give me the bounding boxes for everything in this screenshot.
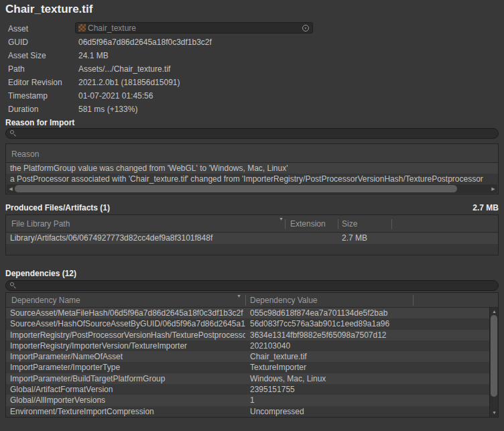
column-header-size[interactable]: Size: [342, 219, 357, 229]
dependency-value: TextureImporter: [245, 362, 498, 373]
guid-label: GUID: [8, 38, 28, 47]
reason-search-box[interactable]: [5, 128, 499, 139]
scroll-up-icon[interactable]: ▲: [490, 308, 499, 315]
path-value: Assets/.../Chair_texture.tif: [78, 64, 170, 74]
dependency-value: Windows, Mac, Linux: [245, 373, 498, 384]
dependency-name: ImporterRegistry/PostProcessorVersionHas…: [6, 330, 245, 341]
produced-table-header: File Library Path ▼ Extension Size: [6, 215, 498, 233]
dependency-name: SourceAsset/HashOfSourceAssetByGUID/06d5…: [6, 318, 245, 329]
produced-files-table: File Library Path ▼ Extension Size Libra…: [5, 214, 499, 255]
dependency-value: Chair_texture.tif: [245, 351, 498, 362]
produced-file-size: 2.7 MB: [342, 233, 367, 244]
column-header-dependency-name[interactable]: Dependency Name: [11, 296, 80, 305]
asset-label: Asset: [8, 24, 28, 34]
produced-total-size: 2.7 MB: [5, 203, 499, 212]
dependency-value: 202103040: [245, 341, 498, 351]
reason-row[interactable]: a PostProcessor associated with 'Chair_t…: [6, 174, 498, 184]
dependency-row[interactable]: Global/ArtifactFormatVersion 2395151755: [6, 384, 498, 395]
asset-object-field[interactable]: Chair_texture: [75, 22, 313, 34]
search-icon: [10, 282, 17, 289]
dependency-value: 1: [245, 395, 498, 406]
texture-thumbnail-icon: [78, 24, 86, 32]
dependency-row[interactable]: ImporterRegistry/ImporterVersion/Texture…: [6, 341, 498, 351]
dependency-name: ImportParameter/NameOfAsset: [6, 351, 245, 362]
dependency-row[interactable]: SourceAsset/HashOfSourceAssetByGUID/06d5…: [6, 318, 498, 329]
info-row-asset-size: Asset Size 24.1 MB: [0, 49, 504, 62]
dependency-row[interactable]: SourceAsset/MetaFileHash/06d5f96a7d86d26…: [6, 308, 498, 318]
asset-size-label: Asset Size: [8, 51, 46, 60]
dependency-row[interactable]: ImportParameter/ImporterType TextureImpo…: [6, 362, 498, 373]
editor-revision-label: Editor Revision: [8, 78, 62, 87]
dependency-value: 2395151755: [245, 384, 498, 395]
reason-horizontal-scrollbar[interactable]: ◀ ▶: [7, 184, 497, 193]
column-divider[interactable]: [413, 295, 414, 306]
sort-indicator-icon[interactable]: ▼: [279, 217, 284, 221]
produced-file-path: Library/Artifacts/06/0674927773d82cc4def…: [10, 233, 212, 244]
asset-object-field-value: Chair_texture: [88, 23, 302, 33]
reason-search-input[interactable]: [19, 129, 494, 138]
column-divider[interactable]: [245, 295, 246, 306]
dependency-name: ImportParameter/ImporterType: [6, 362, 245, 373]
dependencies-table: Dependency Name ▼ Dependency Value Sourc…: [5, 292, 499, 418]
scroll-right-icon[interactable]: ▶: [489, 184, 497, 193]
search-icon: [10, 130, 17, 137]
dependency-value: 56d083f7cc576a3ab901c1eed89a1a96: [245, 318, 498, 329]
page-title: Chair_texture.tif: [5, 3, 92, 16]
dependency-row[interactable]: Global/AllImporterVersions 1: [6, 395, 498, 406]
reason-section-heading: Reason for Import: [5, 118, 74, 127]
produced-table-empty-area: [6, 244, 498, 255]
editor-revision-value: 2021.2.0b1 (181856d15091): [78, 78, 180, 87]
dependency-row[interactable]: ImportParameter/BuildTargetPlatformGroup…: [6, 373, 498, 384]
timestamp-value: 01-07-2021 01:45:56: [78, 91, 153, 101]
dependency-value: 3634e1314fbf9882e5f65098a7507d12: [245, 330, 498, 341]
asset-size-value: 24.1 MB: [78, 51, 109, 60]
info-row-guid: GUID 06d5f96a7d86d2645a18f0c3df1b3c2f: [0, 36, 504, 49]
dependencies-vertical-scrollbar[interactable]: ▲ ▼: [489, 308, 498, 417]
reason-scrollbar-thumb[interactable]: [15, 185, 457, 192]
dependency-row[interactable]: ImportParameter/NameOfAsset Chair_textur…: [6, 351, 498, 362]
dependency-name: SourceAsset/MetaFileHash/06d5f96a7d86d26…: [6, 308, 245, 318]
dependencies-scrollbar-thumb[interactable]: [491, 315, 497, 397]
duration-value: 581 ms (+133%): [78, 105, 137, 114]
column-divider[interactable]: [391, 219, 392, 229]
column-header-dependency-value[interactable]: Dependency Value: [250, 296, 318, 305]
info-row-path: Path Assets/.../Chair_texture.tif: [0, 62, 504, 76]
produced-file-row[interactable]: Library/Artifacts/06/0674927773d82cc4def…: [6, 233, 498, 244]
column-header-extension[interactable]: Extension: [290, 219, 326, 229]
dependencies-search-input[interactable]: [19, 281, 494, 290]
dependency-name: ImportParameter/BuildTargetPlatformGroup: [6, 373, 245, 384]
object-picker-icon[interactable]: [302, 24, 310, 32]
dependencies-search-box[interactable]: [5, 280, 499, 291]
info-row-editor-revision: Editor Revision 2021.2.0b1 (181856d15091…: [0, 76, 504, 89]
info-row-duration: Duration 581 ms (+133%): [0, 103, 504, 116]
column-divider[interactable]: [285, 219, 286, 229]
reason-row[interactable]: the PlatformGroup value was changed from…: [6, 163, 498, 174]
dependency-name: ImporterRegistry/ImporterVersion/Texture…: [6, 341, 245, 351]
column-divider[interactable]: [338, 219, 338, 229]
duration-label: Duration: [8, 105, 38, 114]
dependencies-table-header: Dependency Name ▼ Dependency Value: [6, 293, 498, 308]
guid-value: 06d5f96a7d86d2645a18f0c3df1b3c2f: [78, 38, 212, 47]
dependency-row[interactable]: Environment/TextureImportCompression Unc…: [6, 406, 498, 417]
dependency-name: Environment/TextureImportCompression: [6, 406, 245, 417]
scroll-left-icon[interactable]: ◀: [7, 184, 15, 193]
asset-row: Asset Chair_texture: [0, 22, 504, 36]
reason-table: Reason the PlatformGroup value was chang…: [5, 143, 499, 194]
reason-column-header[interactable]: Reason: [11, 149, 39, 159]
dependency-value: Uncompressed: [245, 406, 498, 417]
dependency-name: Global/AllImporterVersions: [6, 395, 245, 406]
reason-table-header[interactable]: Reason: [6, 144, 498, 163]
info-row-timestamp: Timestamp 01-07-2021 01:45:56: [0, 89, 504, 103]
scroll-down-icon[interactable]: ▼: [490, 410, 499, 416]
column-header-file-library-path[interactable]: File Library Path: [11, 219, 70, 229]
dependency-row[interactable]: ImporterRegistry/PostProcessorVersionHas…: [6, 330, 498, 341]
dependency-value: 055c98d618f874ea7a701134de5f2bab: [245, 308, 498, 318]
path-label: Path: [8, 64, 25, 74]
timestamp-label: Timestamp: [8, 91, 48, 101]
dependencies-section-heading: Dependencies (12): [5, 269, 76, 278]
sort-indicator-icon[interactable]: ▼: [237, 294, 241, 298]
dependency-name: Global/ArtifactFormatVersion: [6, 384, 245, 395]
